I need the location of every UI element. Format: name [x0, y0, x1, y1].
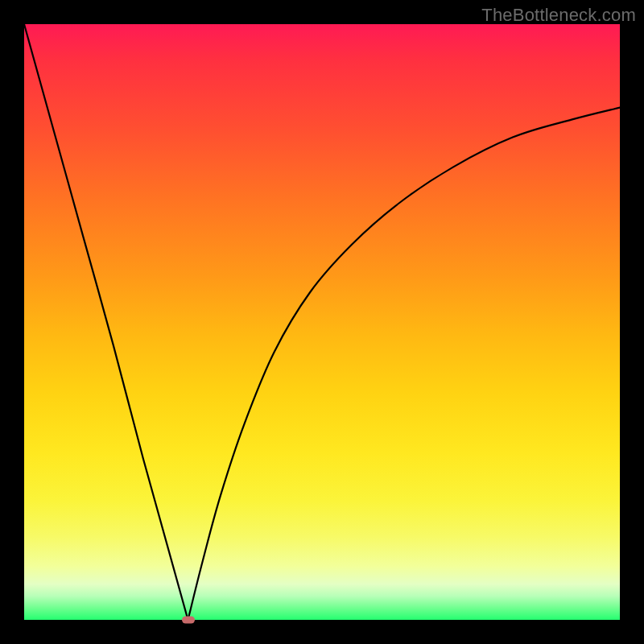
min-point-marker — [182, 617, 195, 624]
plot-area — [24, 24, 620, 620]
chart-frame: TheBottleneck.com — [0, 0, 644, 644]
curve-right-branch — [188, 108, 621, 620]
curve-svg — [24, 24, 620, 620]
watermark-text: TheBottleneck.com — [481, 5, 636, 26]
curve-left-branch — [24, 24, 188, 620]
